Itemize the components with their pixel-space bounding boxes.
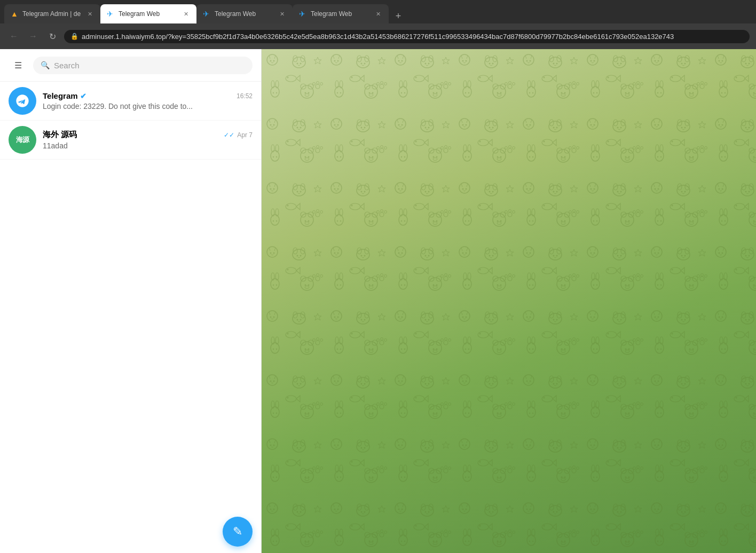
tab-bar: ▲ Telegram Admin | de ✕ ✈ Telegram Web ✕… xyxy=(0,0,756,23)
hamburger-icon: ☰ xyxy=(14,60,22,70)
tab4-favicon: ✈ xyxy=(299,10,308,18)
telegram-chat-top: Telegram ✔ 16:52 xyxy=(43,91,253,100)
tab3-title: Telegram Web xyxy=(215,10,274,18)
tab2-favicon: ✈ xyxy=(107,10,115,18)
chat-list: Telegram ✔ 16:52 Login code: 23229. Do n… xyxy=(0,82,261,510)
tab1-title: Telegram Admin | de xyxy=(22,10,82,18)
tab-telegram-web-2[interactable]: ✈ Telegram Web ✕ xyxy=(196,4,293,23)
svg-rect-27 xyxy=(262,49,756,553)
forward-button[interactable]: → xyxy=(26,29,41,44)
tab2-title: Telegram Web xyxy=(119,10,178,18)
telegram-chat-time: 16:52 xyxy=(237,92,253,100)
address-bar: ← → ↻ 🔒 adminuser.1.haiwaiym6.top/?key=3… xyxy=(0,23,756,49)
sidebar: ☰ 🔍 xyxy=(0,49,262,553)
browser-window: ▲ Telegram Admin | de ✕ ✈ Telegram Web ✕… xyxy=(0,0,756,553)
back-button[interactable]: ← xyxy=(6,29,21,44)
haiyuan-chat-name: 海外 源码 xyxy=(43,130,77,140)
haiyuan-chat-top: 海外 源码 ✓✓ Apr 7 xyxy=(43,130,253,140)
chat-area xyxy=(262,49,756,553)
double-check-icon: ✓✓ xyxy=(224,131,234,139)
haiyuan-chat-preview: 11adad xyxy=(43,141,253,150)
tab-telegram-web-3[interactable]: ✈ Telegram Web ✕ xyxy=(293,4,389,23)
haiyuan-avatar: 海源 xyxy=(9,126,36,154)
telegram-chat-name: Telegram ✔ xyxy=(43,91,86,100)
search-input[interactable] xyxy=(54,61,245,70)
sidebar-header: ☰ 🔍 xyxy=(0,49,261,82)
compose-button[interactable]: ✎ xyxy=(223,517,253,547)
chat-item-telegram[interactable]: Telegram ✔ 16:52 Login code: 23229. Do n… xyxy=(0,82,261,121)
verified-icon: ✔ xyxy=(80,92,86,100)
menu-button[interactable]: ☰ xyxy=(9,56,28,75)
haiyuan-chat-time: ✓✓ Apr 7 xyxy=(224,131,253,139)
new-tab-button[interactable]: + xyxy=(391,9,406,23)
tab3-favicon: ✈ xyxy=(203,10,211,18)
url-bar[interactable]: 🔒 adminuser.1.haiwaiym6.top/?key=35825bc… xyxy=(64,30,750,43)
tab1-favicon: ▲ xyxy=(11,10,19,18)
tab2-close[interactable]: ✕ xyxy=(182,10,190,18)
search-icon: 🔍 xyxy=(41,61,50,69)
lock-icon: 🔒 xyxy=(70,33,78,40)
tab4-title: Telegram Web xyxy=(311,10,371,18)
telegram-chat-content: Telegram ✔ 16:52 Login code: 23229. Do n… xyxy=(43,91,253,110)
search-bar[interactable]: 🔍 xyxy=(33,57,253,74)
app-container: ☰ 🔍 xyxy=(0,49,756,553)
reload-button[interactable]: ↻ xyxy=(45,29,60,44)
background-pattern xyxy=(262,49,756,553)
telegram-avatar xyxy=(9,87,36,115)
tab1-close[interactable]: ✕ xyxy=(85,10,94,18)
browser-chrome: ▲ Telegram Admin | de ✕ ✈ Telegram Web ✕… xyxy=(0,0,756,49)
chat-background xyxy=(262,49,756,553)
tab3-close[interactable]: ✕ xyxy=(278,10,286,18)
telegram-chat-preview: Login code: 23229. Do not give this code… xyxy=(43,102,253,110)
tab-telegram-admin[interactable]: ▲ Telegram Admin | de ✕ xyxy=(4,4,100,23)
sidebar-footer: ✎ xyxy=(0,510,261,553)
haiyuan-chat-content: 海外 源码 ✓✓ Apr 7 11adad xyxy=(43,130,253,150)
chat-item-haiyuan[interactable]: 海源 海外 源码 ✓✓ Apr 7 11adad xyxy=(0,121,261,160)
tab4-close[interactable]: ✕ xyxy=(374,10,382,18)
url-text: adminuser.1.haiwaiym6.top/?key=35825bcf9… xyxy=(82,33,743,41)
tab-telegram-web-1[interactable]: ✈ Telegram Web ✕ xyxy=(100,4,196,23)
pencil-icon: ✎ xyxy=(233,525,242,539)
